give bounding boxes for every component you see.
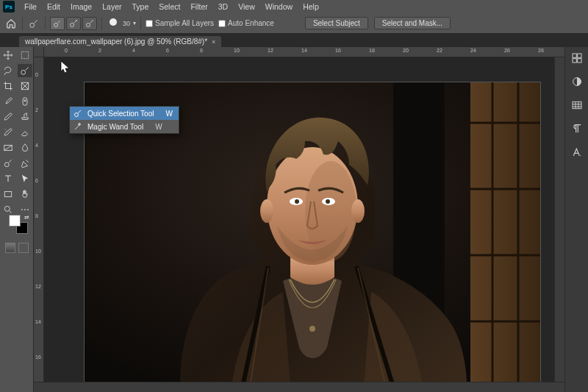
auto-enhance-checkbox[interactable]: Auto Enhance <box>218 19 274 27</box>
svg-point-32 <box>260 199 273 223</box>
mode-add-selection-button[interactable] <box>66 17 81 30</box>
panel-toggle-icon[interactable] <box>569 50 585 66</box>
color-panel-icon[interactable] <box>569 74 585 90</box>
tool-quick-selection[interactable] <box>18 64 32 77</box>
svg-point-10 <box>21 70 26 74</box>
menu-file[interactable]: File <box>19 1 42 13</box>
ruler-tick-label: 6 <box>166 48 169 53</box>
color-swatches[interactable]: ⇄ <box>9 215 28 234</box>
menu-3d[interactable]: 3D <box>213 1 233 13</box>
active-tool-icon[interactable] <box>27 17 40 30</box>
ruler-tick-label: 0 <box>65 48 68 53</box>
tool-hand[interactable] <box>18 188 32 201</box>
document-tab[interactable]: wallpaperflare.com_wallpaper (6).jpg @ 5… <box>19 36 221 47</box>
ruler-tick-label: 2 <box>98 48 101 53</box>
menu-view[interactable]: View <box>233 1 260 13</box>
tool-marquee-rect[interactable] <box>18 49 32 62</box>
ruler-tick-label: 18 <box>369 48 375 53</box>
flyout-item-quick-selection[interactable]: Quick Selection Tool W <box>70 107 179 120</box>
svg-point-2 <box>71 23 74 26</box>
mode-new-selection-button[interactable] <box>50 17 65 30</box>
close-icon[interactable]: × <box>212 38 215 46</box>
select-subject-button[interactable]: Select Subject <box>305 17 368 29</box>
ruler-tick-label: 12 <box>268 48 273 53</box>
ruler-horizontal[interactable]: 024681012141618202224262830 <box>34 47 564 57</box>
svg-rect-9 <box>21 51 28 58</box>
tool-healing[interactable] <box>18 95 32 108</box>
tool-eyedropper[interactable] <box>1 95 15 108</box>
tool-clone-stamp[interactable] <box>18 110 32 124</box>
scrollbar-horizontal[interactable] <box>34 382 564 392</box>
tool-type[interactable] <box>1 172 15 185</box>
tool-flyout-menu: Quick Selection Tool W Magic Wand Tool W <box>69 106 179 134</box>
svg-point-29 <box>295 199 299 204</box>
ruler-tick-label: 4 <box>35 143 38 148</box>
svg-rect-38 <box>577 59 581 63</box>
menu-select[interactable]: Select <box>154 1 185 13</box>
ruler-tick-label: 8 <box>200 48 203 53</box>
svg-rect-36 <box>577 54 581 57</box>
tool-crop[interactable] <box>1 79 15 93</box>
svg-point-31 <box>326 199 330 204</box>
menu-edit[interactable]: Edit <box>42 1 65 13</box>
tool-eraser[interactable] <box>18 126 32 139</box>
menu-image[interactable]: Image <box>65 1 97 13</box>
tool-dodge[interactable] <box>1 157 15 170</box>
ruler-tick-label: 8 <box>35 213 38 218</box>
select-and-mask-button[interactable]: Select and Mask... <box>374 17 451 29</box>
screen-mode-icon[interactable] <box>18 243 29 253</box>
canvas-wrapper: 024681012141618202224262830 024681012141… <box>34 47 564 392</box>
foreground-color-swatch[interactable] <box>9 215 21 227</box>
brush-size-value: 30 <box>123 20 130 27</box>
tool-frame[interactable] <box>18 79 32 93</box>
flyout-item-label: Quick Selection Tool <box>87 110 154 118</box>
svg-rect-7 <box>5 192 12 197</box>
character-panel-icon[interactable] <box>569 144 585 160</box>
tool-move[interactable] <box>1 49 15 62</box>
tool-gradient[interactable] <box>1 141 15 154</box>
brush-preset-picker[interactable]: 30 ▾ <box>107 17 136 30</box>
ruler-tick-label: 22 <box>437 48 442 53</box>
ruler-tick-label: 10 <box>35 249 41 254</box>
ruler-tick-label: 0 <box>35 72 38 77</box>
svg-point-4 <box>110 18 117 26</box>
cursor-pointer-icon <box>60 60 71 76</box>
mode-subtract-selection-button[interactable] <box>82 17 97 30</box>
menu-help[interactable]: Help <box>298 1 324 13</box>
sample-all-layers-checkbox[interactable]: Sample All Layers <box>146 19 214 27</box>
tool-path-select[interactable] <box>18 172 32 185</box>
paragraph-panel-icon[interactable] <box>569 121 585 137</box>
quick-selection-icon <box>73 108 83 118</box>
menu-type[interactable]: Type <box>126 1 154 13</box>
options-bar: 30 ▾ Sample All Layers Auto Enhance Sele… <box>0 13 588 34</box>
ruler-tick-label: 16 <box>335 48 341 53</box>
home-icon[interactable] <box>4 17 18 30</box>
quick-mask-icon[interactable] <box>5 243 15 253</box>
ruler-tick-label: 10 <box>234 48 240 53</box>
svg-point-6 <box>5 163 10 167</box>
swap-colors-icon[interactable]: ⇄ <box>24 214 29 221</box>
brush-dot-icon <box>107 17 120 30</box>
selection-mode-group <box>50 17 97 30</box>
flyout-item-label: Magic Wand Tool <box>87 123 143 131</box>
tool-brush[interactable] <box>1 110 15 124</box>
menu-window[interactable]: Window <box>260 1 298 13</box>
swatches-panel-icon[interactable] <box>569 97 585 113</box>
scrollbar-vertical[interactable] <box>554 57 564 382</box>
tool-lasso[interactable] <box>1 64 15 77</box>
svg-point-0 <box>30 23 35 27</box>
tool-blur[interactable] <box>18 141 32 154</box>
separator <box>140 17 141 30</box>
ruler-origin[interactable] <box>34 47 44 57</box>
flyout-item-magic-wand[interactable]: Magic Wand Tool W <box>70 120 179 133</box>
tool-history-brush[interactable] <box>1 126 15 139</box>
tool-pen[interactable] <box>18 157 32 170</box>
tool-rectangle[interactable] <box>1 188 15 201</box>
app-logo-icon: Ps <box>3 1 15 13</box>
menu-filter[interactable]: Filter <box>185 1 212 13</box>
menu-layer[interactable]: Layer <box>97 1 126 13</box>
separator <box>101 17 102 30</box>
ruler-tick-label: 16 <box>35 354 41 360</box>
ruler-vertical[interactable]: 0246810121416 <box>34 57 44 382</box>
separator <box>45 17 46 30</box>
